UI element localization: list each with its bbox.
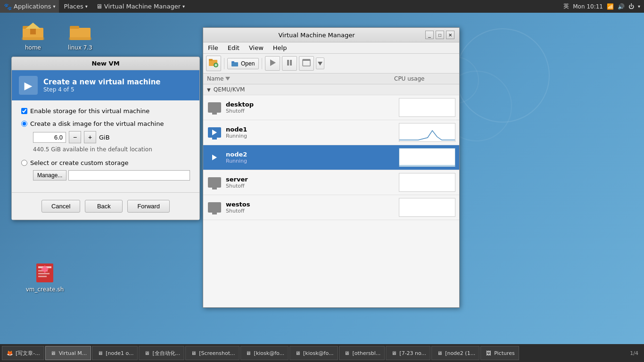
svg-rect-4 [30, 29, 36, 34]
node1-cpu-chart [399, 123, 455, 142]
help-menu[interactable]: Help [268, 43, 292, 52]
desktop-icon-linux73[interactable]: linux 7.3 [61, 20, 99, 51]
enable-storage-row: Enable storage for this virtual machine [21, 107, 190, 115]
disk-size-input[interactable] [33, 132, 66, 143]
applications-menu[interactable]: 🐾 Applications ▾ [0, 0, 59, 13]
disk-increase-button[interactable]: + [84, 131, 96, 143]
taskbar-vmmanager[interactable]: 🖥 Virtual M... [45, 346, 91, 360]
sort-icon [225, 77, 230, 81]
westos-vm-status: Shutoff [226, 208, 399, 214]
node2-vm-status: Running [226, 158, 399, 164]
enable-storage-checkbox[interactable] [21, 108, 27, 114]
minimize-button[interactable]: _ [425, 31, 434, 39]
open-button[interactable]: Open [227, 58, 259, 69]
cancel-button[interactable]: Cancel [41, 200, 80, 213]
disk-size-row: − + GiB [33, 131, 190, 143]
monitor-off-icon [208, 102, 221, 113]
westos-vm-icon [207, 200, 222, 215]
taskbar-vmm-label: Virtual M... [59, 350, 87, 356]
group-expand-icon: ▼ [207, 87, 211, 92]
create-disk-radio[interactable] [21, 121, 27, 127]
places-menu[interactable]: Places ▾ [60, 0, 91, 13]
forward-button[interactable]: Forward [127, 200, 170, 213]
play-icon-node1 [212, 130, 217, 135]
taskbar-othersbl-label: [othersbl... [353, 350, 381, 356]
svg-rect-12 [38, 276, 47, 277]
home-folder-icon [22, 20, 44, 42]
manage-button[interactable]: Manage... [33, 170, 66, 181]
vmm-content: Name CPU usage ▼ QEMU/KVM desktop Shutof… [203, 74, 459, 307]
svg-rect-2 [22, 37, 44, 40]
vmm-menu[interactable]: 🖥 Virtual Machine Manager ▾ [92, 0, 189, 13]
taskbar-pictures[interactable]: 🖼 Pictures [480, 346, 519, 360]
file-menu[interactable]: File [203, 43, 223, 52]
run-button[interactable] [265, 56, 280, 71]
desktop-icon-home[interactable]: home [14, 20, 52, 51]
taskbar-kiosk2[interactable]: 🖥 [kiosk@fo... [289, 346, 338, 360]
toolbar-dropdown-button[interactable] [316, 58, 324, 69]
taskbar-screenshot[interactable]: 🖥 [Screenshot... [185, 346, 239, 360]
disk-decrease-button[interactable]: − [69, 131, 81, 143]
vm-group-header[interactable]: ▼ QEMU/KVM [203, 84, 459, 95]
node1-vm-name: node1 [226, 126, 399, 133]
desktop-vm-info: desktop Shutoff [226, 101, 399, 114]
taskbar-othersbl[interactable]: 🖥 [othersbl... [339, 346, 385, 360]
node1-taskbar-icon: 🖥 [96, 349, 104, 357]
view-menu[interactable]: View [244, 43, 268, 52]
window-controls: _ □ ✕ [425, 31, 454, 39]
vm-item-server[interactable]: server Shutoff [203, 170, 459, 195]
taskbar-node2[interactable]: 🖥 [node2 (1... [431, 346, 479, 360]
taskbar-kiosk1[interactable]: 🖥 [kiosk@fo... [240, 346, 289, 360]
node1-vm-info: node1 Running [226, 126, 399, 139]
desktop-vm-icon [207, 100, 222, 115]
volume-icon[interactable]: 🔊 [618, 3, 625, 10]
power-icon[interactable]: ⏻ [628, 3, 634, 10]
close-button[interactable]: ✕ [446, 31, 454, 39]
applications-label: Applications [14, 3, 51, 10]
desktop-cpu-chart [399, 98, 455, 117]
maximize-button[interactable]: □ [436, 31, 444, 39]
console-button[interactable] [299, 56, 314, 71]
wifi-icon: 📶 [607, 3, 614, 10]
svg-marker-3 [25, 23, 41, 29]
create-disk-label: Create a disk image for the virtual mach… [30, 120, 164, 127]
vmm-titlebar: Virtual Machine Manager _ □ ✕ [203, 28, 459, 42]
system-menu-arrow[interactable]: ▾ [638, 4, 640, 9]
vm-item-node1[interactable]: node1 Running [203, 120, 459, 145]
svg-rect-7 [69, 37, 91, 40]
svg-marker-22 [270, 59, 276, 66]
back-button[interactable]: Back [85, 200, 123, 213]
new-vm-toolbar-button[interactable] [206, 56, 221, 71]
node2-taskbar-icon: 🖥 [436, 349, 443, 357]
svg-rect-11 [38, 273, 50, 274]
desktop-icon-vmcreate[interactable]: vm_create.sh [26, 262, 64, 293]
taskbar-7-23[interactable]: 🖥 [7-23 no... [386, 346, 430, 360]
vm-item-desktop[interactable]: desktop Shutoff [203, 95, 459, 120]
taskbar-firefox[interactable]: 🦊 [写文章-... [2, 346, 44, 360]
desktop-vm-status: Shutoff [226, 108, 399, 114]
taskbar-node1[interactable]: 🖥 [node1 o... [92, 346, 138, 360]
vm-item-westos[interactable]: westos Shutoff [203, 195, 459, 220]
new-vm-header-text: Create a new virtual machine Step 4 of 5 [43, 78, 161, 93]
col-name-header[interactable]: Name [207, 75, 394, 82]
storage-path-input[interactable] [68, 170, 190, 181]
col-cpu-label: CPU usage [394, 75, 424, 82]
toolbar-separator-1 [224, 58, 224, 69]
vmm-toolbar: Open [203, 54, 459, 74]
vmcreate-icon-label: vm_create.sh [26, 286, 64, 293]
col-cpu-header[interactable]: CPU usage [394, 75, 455, 82]
svg-rect-24 [290, 60, 292, 66]
new-vm-header-subtitle: Step 4 of 5 [43, 86, 161, 93]
new-vm-body: Enable storage for this virtual machine … [12, 100, 199, 192]
taskbar-automation-label: [全自动化... [152, 350, 180, 357]
lang-indicator[interactable]: 英 [563, 2, 569, 10]
taskbar-automation[interactable]: 🖥 [全自动化... [139, 346, 184, 360]
pause-button[interactable] [282, 56, 297, 71]
node1-vm-icon [207, 125, 222, 140]
server-cpu-chart [399, 173, 455, 192]
edit-menu[interactable]: Edit [223, 43, 244, 52]
custom-storage-radio[interactable] [21, 160, 27, 166]
server-vm-icon [207, 175, 222, 190]
vm-item-node2[interactable]: node2 Running [203, 145, 459, 170]
new-vm-header-title: Create a new virtual machine [43, 78, 161, 86]
